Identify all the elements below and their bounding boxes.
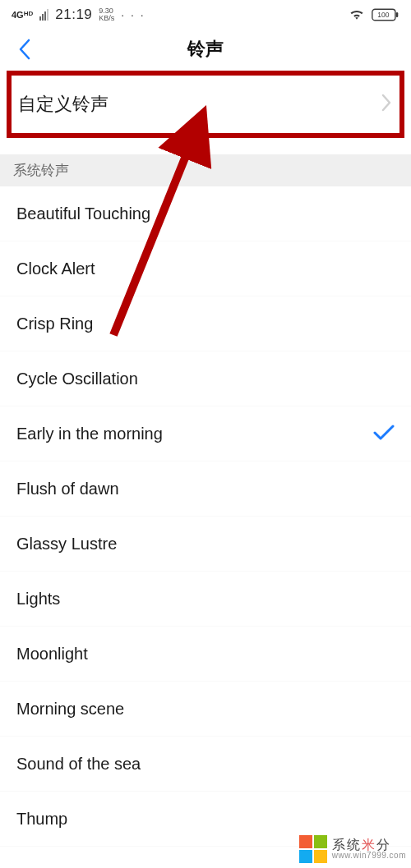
checkmark-icon — [373, 424, 395, 443]
net-speed-unit: KB/s — [99, 15, 114, 22]
watermark-brand: 系统米分 — [332, 838, 406, 852]
ringtone-row[interactable]: Cycle Oscillation — [0, 351, 411, 406]
network-label: 4G — [12, 10, 24, 20]
ringtone-name: Morning scene — [16, 700, 124, 719]
watermark-logo-icon — [299, 835, 327, 863]
watermark-url: www.win7999.com — [332, 852, 406, 860]
section-header-system: 系统铃声 — [0, 154, 411, 186]
back-button[interactable] — [7, 30, 43, 69]
page-title: 铃声 — [187, 37, 224, 62]
ringtone-name: Lights — [16, 590, 60, 609]
watermark-brand-suffix: 分 — [376, 838, 391, 852]
ringtone-row[interactable]: Glassy Lustre — [0, 517, 411, 572]
ringtone-name: Glassy Lustre — [16, 535, 117, 553]
network-hd: HD — [24, 10, 34, 17]
watermark-brand-accent: 米 — [362, 838, 376, 852]
wifi-icon — [349, 7, 365, 23]
ringtone-name: Thump — [16, 810, 67, 829]
ringtone-name: Crisp Ring — [16, 315, 93, 333]
status-bar: 4GHD 21:19 9.30 KB/s · · · 100 — [0, 0, 411, 30]
net-speed: 9.30 KB/s — [99, 7, 114, 21]
network-indicator: 4GHD — [12, 11, 33, 20]
ringtone-name: Cycle Oscillation — [16, 370, 138, 388]
ringtone-name: Beautiful Touching — [16, 204, 150, 223]
header: 铃声 — [0, 30, 411, 69]
watermark-brand-prefix: 系统 — [332, 838, 362, 852]
more-icon: · · · — [121, 8, 145, 21]
ringtone-row[interactable]: Early in the morning — [0, 406, 411, 462]
battery-level: 100 — [377, 11, 389, 19]
ringtone-name: Clock Alert — [16, 259, 95, 278]
ringtone-name: Flush of dawn — [16, 480, 119, 498]
status-right: 100 — [349, 7, 399, 23]
ringtone-row[interactable]: Moonlight — [0, 627, 411, 682]
ringtone-name: Early in the morning — [16, 425, 163, 443]
status-left: 4GHD 21:19 9.30 KB/s · · · — [12, 7, 145, 23]
chevron-left-icon — [17, 38, 32, 61]
watermark: 系统米分 www.win7999.com — [299, 835, 406, 863]
ringtone-name: Moonlight — [16, 645, 88, 664]
signal-icon — [39, 9, 48, 21]
ringtone-row[interactable]: Morning scene — [0, 682, 411, 737]
battery-icon: 100 — [372, 8, 399, 21]
ringtone-row[interactable]: Lights — [0, 572, 411, 627]
clock: 21:19 — [55, 7, 92, 23]
ringtone-row[interactable]: Clock Alert — [0, 241, 411, 296]
ringtone-row[interactable]: Flush of dawn — [0, 462, 411, 517]
custom-ringtone-highlight: 自定义铃声 — [7, 71, 404, 138]
ringtone-name: Sound of the sea — [16, 755, 141, 774]
chevron-right-icon — [381, 94, 391, 115]
custom-ringtone-row[interactable]: 自定义铃声 — [12, 76, 399, 133]
ringtone-list[interactable]: Beautiful TouchingClock AlertCrisp RingC… — [0, 186, 411, 847]
ringtone-row[interactable]: Beautiful Touching — [0, 186, 411, 241]
ringtone-row[interactable]: Sound of the sea — [0, 737, 411, 792]
svg-rect-1 — [396, 12, 399, 17]
custom-ringtone-label: 自定义铃声 — [18, 92, 109, 117]
ringtone-row[interactable]: Crisp Ring — [0, 296, 411, 351]
watermark-text: 系统米分 www.win7999.com — [332, 838, 406, 860]
